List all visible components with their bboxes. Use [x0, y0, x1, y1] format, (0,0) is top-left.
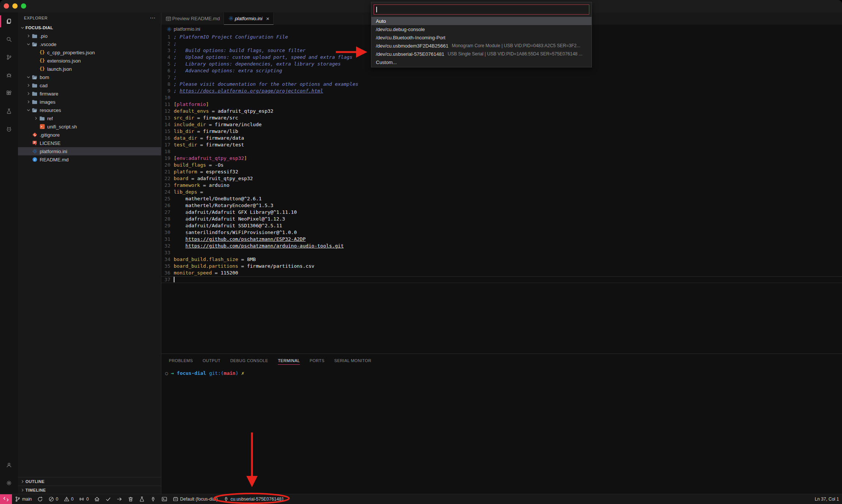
activity-search-icon[interactable]: [0, 30, 18, 48]
chevron-down-icon: [25, 41, 31, 47]
code-token: firmware/include: [215, 122, 262, 127]
chevron-spacer: [25, 148, 31, 154]
quickpick-input[interactable]: [374, 4, 589, 15]
close-button[interactable]: [4, 3, 9, 9]
tree-item-c-cpp-properties-json[interactable]: {}c_cpp_properties.json: [18, 48, 161, 57]
code-line-20: 20build_flags = -Os: [161, 162, 842, 168]
port-option--dev-cu-usbmodem3f2d4b25661[interactable]: /dev/cu.usbmodem3F2D4B25661Monogram Core…: [371, 42, 592, 50]
zoom-button[interactable]: [21, 3, 26, 9]
activity-bar: [0, 12, 18, 494]
status-check[interactable]: [103, 494, 114, 504]
activity-source-control-icon[interactable]: [0, 48, 18, 66]
pio-gear-icon: [31, 148, 38, 154]
status-trash-icon: [128, 496, 134, 502]
panel-tab-problems[interactable]: PROBLEMS: [169, 354, 193, 367]
tree-item-images[interactable]: images: [18, 98, 161, 106]
status-terminal[interactable]: [159, 494, 170, 504]
code-line-content: board_build.flash_size = 8MB: [174, 256, 842, 263]
status-home[interactable]: [91, 494, 103, 504]
code-token: monitor_speed: [174, 270, 212, 276]
activity-beaker-icon[interactable]: [0, 102, 18, 120]
tree-item-extensions-json[interactable]: {}extensions.json: [18, 57, 161, 65]
section-timeline[interactable]: TIMELINE: [18, 486, 161, 494]
cursor-position[interactable]: Ln 37, Col 1: [815, 497, 842, 502]
tree-item-cad[interactable]: cad: [18, 81, 161, 89]
tree-item-label: LICENSE: [40, 140, 61, 146]
activity-extensions-icon[interactable]: [0, 84, 18, 102]
tree-item-ref[interactable]: ref: [18, 114, 161, 122]
tree-root-focus-dial[interactable]: FOCUS-DIAL: [18, 24, 161, 32]
minimize-button[interactable]: [12, 3, 18, 9]
line-number: 28: [161, 216, 174, 222]
activity-platformio-icon[interactable]: [0, 120, 18, 138]
folder-open-icon: [31, 41, 38, 47]
code-line-content: mathertel/RotaryEncoder@^1.5.3: [174, 202, 842, 209]
tree-item-resources[interactable]: resources: [18, 106, 161, 114]
status-plug-cu-usbserial-575e0761481[interactable]: cu.usbserial-575E0761481: [221, 494, 287, 504]
tab-preview-readme-md[interactable]: Preview README.md: [161, 12, 224, 25]
status-warning-0[interactable]: 0: [61, 494, 76, 504]
status-error-0[interactable]: 0: [46, 494, 61, 504]
status-arrow-right[interactable]: [114, 494, 125, 504]
tree-item-firmware[interactable]: firmware: [18, 89, 161, 98]
activity-account-icon[interactable]: [0, 456, 18, 474]
panel-tab-output[interactable]: OUTPUT: [203, 354, 221, 367]
panel-tab-serial-monitor[interactable]: SERIAL MONITOR: [334, 354, 371, 367]
more-actions-icon[interactable]: ⋯: [150, 15, 156, 21]
status-trash[interactable]: [125, 494, 136, 504]
status-remote[interactable]: [0, 494, 12, 504]
code-token: ; Library options: dependencies, extra l…: [174, 61, 341, 67]
code-token: =: [197, 169, 206, 174]
status-beaker[interactable]: [136, 494, 148, 504]
tree-item--gitignore[interactable]: .gitignore: [18, 131, 161, 139]
port-option-auto[interactable]: Auto: [371, 17, 592, 25]
tree-item-label: ref: [47, 116, 53, 121]
panel-tab-terminal[interactable]: TERMINAL: [278, 354, 300, 367]
tree-item--vscode[interactable]: .vscode: [18, 40, 161, 48]
panel-tab-ports[interactable]: PORTS: [310, 354, 325, 367]
tree-item-bom[interactable]: bom: [18, 73, 161, 81]
code-line-6: 6; Advanced options: extra scripting: [161, 67, 842, 74]
status-branch-main[interactable]: main: [12, 494, 34, 504]
tree-item-label: launch.json: [47, 66, 72, 72]
tree-item-launch-json[interactable]: {}launch.json: [18, 65, 161, 73]
port-option--dev-cu-debug-console[interactable]: /dev/cu.debug-console: [371, 25, 592, 33]
status-sync[interactable]: [34, 494, 46, 504]
explorer-sidebar: EXPLORER ⋯ FOCUS-DIAL.pio.vscode{}c_cpp_…: [18, 12, 161, 494]
tab-platformio-ini[interactable]: platformio.ini×: [224, 12, 273, 25]
tree-item-label: firmware: [40, 91, 58, 97]
tree-item-readme-md[interactable]: iREADME.md: [18, 155, 161, 164]
code-line-content: ; Please visit documentation for the oth…: [174, 81, 842, 88]
tree-root-label: FOCUS-DIAL: [25, 25, 53, 30]
port-option--dev-cu-usbserial-575e0761481[interactable]: /dev/cu.usbserial-575E0761481USB Single …: [371, 50, 592, 58]
quickpick-list: Auto/dev/cu.debug-console/dev/cu.Bluetoo…: [371, 17, 592, 67]
tree-item-platformio-ini[interactable]: platformio.ini: [18, 147, 161, 155]
status-bar: main000Default (focus-dial)cu.usbserial-…: [0, 494, 842, 504]
activity-files-icon[interactable]: [0, 12, 18, 30]
status-board-default-focus-dial-[interactable]: Default (focus-dial): [170, 494, 221, 504]
traffic-lights[interactable]: [4, 3, 30, 10]
folder-open-icon: [31, 74, 38, 80]
port-option-description: USB Single Serial | USB VID:PID=1A86:55D…: [448, 51, 583, 57]
status-plug[interactable]: [148, 494, 159, 504]
activity-gear-icon[interactable]: [0, 474, 18, 492]
code-editor[interactable]: 1; PlatformIO Project Configuration File…: [161, 34, 842, 353]
port-option-custom-[interactable]: Custom...: [371, 58, 592, 66]
chevron-spacer: [25, 132, 31, 138]
activity-debug-icon[interactable]: [0, 66, 18, 84]
code-token: mathertel/RotaryEncoder@^1.5.3: [174, 203, 273, 208]
port-option--dev-cu-bluetooth-incoming-port[interactable]: /dev/cu.Bluetooth-Incoming-Port: [371, 33, 592, 42]
code-line-37: 37: [161, 276, 842, 283]
tree-item-license[interactable]: LICENSE: [18, 139, 161, 147]
terminal-prompt-token: ✗: [238, 370, 244, 376]
editor-cursor: [174, 277, 174, 282]
tree-item-label: cad: [40, 83, 48, 88]
line-number: 35: [161, 263, 174, 270]
status-broadcast-0[interactable]: 0: [76, 494, 91, 504]
panel-tab-debug-console[interactable]: DEBUG CONSOLE: [230, 354, 268, 367]
tree-item-unifi-script-sh[interactable]: >_unifi_script.sh: [18, 122, 161, 131]
tree-item--pio[interactable]: .pio: [18, 32, 161, 40]
section-outline[interactable]: OUTLINE: [18, 477, 161, 486]
close-icon[interactable]: ×: [266, 16, 270, 21]
terminal-content[interactable]: ○ → focus-dial git:(main) ✗: [161, 367, 842, 376]
